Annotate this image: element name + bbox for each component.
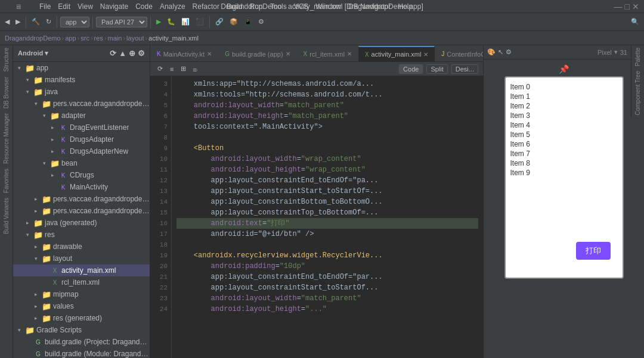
menu-code[interactable]: Code bbox=[132, 0, 156, 13]
code-line[interactable]: android:id="@+id/btn" /> bbox=[177, 229, 478, 239]
tree-item[interactable]: ▾ 📁 java bbox=[13, 86, 150, 98]
breadcrumb-main[interactable]: res bbox=[94, 35, 103, 42]
sdk-manager-btn[interactable]: 📦 bbox=[227, 17, 240, 27]
sync-icon[interactable]: ↻ bbox=[44, 17, 54, 27]
run-btn[interactable]: ▶ bbox=[154, 17, 163, 27]
search-everywhere-btn[interactable]: 🔍 bbox=[628, 17, 642, 27]
palette-icon[interactable]: 🎨 bbox=[487, 48, 496, 56]
sync-file-btn[interactable]: ⟳ bbox=[155, 64, 165, 73]
favorites-tab[interactable]: Favorites bbox=[2, 166, 11, 195]
avd-manager-btn[interactable]: 📱 bbox=[242, 17, 255, 27]
tree-item[interactable]: ▸ K DrugsAdapterNew bbox=[13, 145, 150, 157]
code-line[interactable]: android:layout_width="match_parent" bbox=[177, 100, 478, 111]
tree-item[interactable]: ▾ 📁 manifests bbox=[13, 74, 150, 86]
tab-mainactivity[interactable]: K MainActivity.kt ✕ bbox=[150, 46, 218, 61]
resource-manager-tab[interactable]: Resource Manager bbox=[2, 111, 11, 166]
tree-item[interactable]: ▾ 📁 layout bbox=[13, 253, 150, 264]
tree-item[interactable]: ▸ K CDrugs bbox=[13, 169, 150, 181]
maximize-btn[interactable]: □ bbox=[625, 2, 630, 11]
preview-settings-icon[interactable]: ⚙ bbox=[506, 48, 512, 56]
android-dropdown[interactable]: Android ▾ bbox=[18, 49, 48, 57]
tree-item[interactable]: ▸ 📁 res (generated) bbox=[13, 312, 150, 324]
code-line[interactable] bbox=[177, 239, 478, 250]
tree-item[interactable]: ▾ 📁 res bbox=[13, 229, 150, 241]
preview-button[interactable]: 打印 bbox=[576, 242, 611, 260]
build-icon[interactable]: 🔨 bbox=[29, 17, 42, 27]
menu-navigate[interactable]: Navigate bbox=[97, 0, 132, 13]
menu-analyze[interactable]: Analyze bbox=[156, 0, 189, 13]
expand-btn[interactable]: ⊞ bbox=[178, 64, 188, 73]
collapse-icon[interactable]: ▲ bbox=[119, 49, 126, 58]
build-variants-tab[interactable]: Build Variants bbox=[2, 195, 11, 236]
cursor-icon[interactable]: ↖ bbox=[498, 48, 503, 56]
code-line[interactable]: android:text="打印" bbox=[177, 218, 478, 229]
tab-buildgradle[interactable]: G build.gradle (app) ✕ bbox=[218, 46, 296, 61]
tab-contentinfocompat[interactable]: J ContentInfoCompat.java ✕ bbox=[435, 46, 483, 61]
settings-btn[interactable]: ⚙ bbox=[256, 17, 267, 27]
profile-btn[interactable]: 📊 bbox=[179, 17, 192, 27]
code-line[interactable]: app:layout_constraintBottom_toBottomO... bbox=[177, 197, 478, 207]
design-view-btn[interactable]: Desi... bbox=[451, 64, 478, 74]
device-dropdown[interactable]: Pad API 27 bbox=[96, 17, 147, 27]
forward-btn[interactable]: ▶ bbox=[13, 17, 23, 27]
breadcrumb-root[interactable]: DraganddropDemo bbox=[5, 35, 61, 42]
tab-activitymain[interactable]: X activity_main.xml ✕ bbox=[358, 46, 435, 61]
code-line[interactable]: android:layout_height="wrap_content" bbox=[177, 164, 478, 175]
stop-btn[interactable]: ⬛ bbox=[193, 17, 206, 27]
tree-item[interactable]: ▸ 📁 pers.vaccae.draganddropdemo (android… bbox=[13, 193, 150, 205]
breadcrumb-layout[interactable]: layout bbox=[126, 35, 144, 42]
attach-debugger-btn[interactable]: 🔗 bbox=[213, 17, 226, 27]
tree-item[interactable]: X rcl_item.xml bbox=[13, 276, 150, 288]
code-line[interactable]: <Button bbox=[177, 143, 478, 154]
format-btn[interactable]: ⎄ bbox=[191, 65, 200, 73]
code-line[interactable]: android:padding="10dp" bbox=[177, 261, 478, 272]
tree-item[interactable]: G build.gradle (Project: DraganddropDemo… bbox=[13, 336, 150, 348]
breadcrumb-app[interactable]: app bbox=[65, 35, 76, 42]
code-line[interactable]: android:layout_height="match_parent" bbox=[177, 111, 478, 122]
tree-item[interactable]: ▾ 📁 adapter bbox=[13, 110, 150, 122]
tree-item[interactable]: ▾ 📁 app bbox=[13, 62, 150, 74]
palette-tab[interactable]: Palette bbox=[633, 45, 642, 69]
breadcrumb-res[interactable]: main bbox=[108, 35, 122, 42]
tree-item[interactable]: ▸ K DrugsAdapter bbox=[13, 133, 150, 145]
code-line[interactable]: app:layout_constraintEnd_toEndOf="par... bbox=[177, 272, 478, 282]
tab-rclitem[interactable]: X rcl_item.xml ✕ bbox=[297, 46, 358, 61]
tree-item[interactable]: ▸ 📁 values bbox=[13, 300, 150, 312]
tab-close[interactable]: ✕ bbox=[347, 51, 352, 57]
back-btn[interactable]: ◀ bbox=[2, 17, 12, 27]
tree-item[interactable]: ▸ 📁 mipmap bbox=[13, 288, 150, 300]
tree-item[interactable]: G build.gradle (Module: DraganddropDemo.… bbox=[13, 348, 150, 358]
component-tree-tab[interactable]: Component Tree bbox=[633, 69, 642, 118]
code-line[interactable]: app:layout_constraintEnd_toEndOf="pa... bbox=[177, 175, 478, 186]
tree-item[interactable]: K MainActivity bbox=[13, 181, 150, 193]
code-line[interactable]: <androidx.recyclerview.widget.RecyclerVi… bbox=[177, 250, 478, 261]
code-line[interactable]: app:layout_constraintTop_toBottomOf=... bbox=[177, 207, 478, 218]
breadcrumb-file[interactable]: activity_main.xml bbox=[148, 35, 199, 42]
tree-item[interactable]: ▸ 📁 java (generated) bbox=[13, 217, 150, 229]
code-editor[interactable]: xmlns:app="http://schemas.android.com/a.… bbox=[172, 76, 483, 358]
code-line[interactable]: android:layout_width="match_parent" bbox=[177, 293, 478, 304]
code-line[interactable]: xmlns:tools="http://schemas.android.com/… bbox=[177, 89, 478, 100]
menu-refactor[interactable]: Refactor bbox=[189, 0, 223, 13]
structure-tab[interactable]: Structure bbox=[2, 45, 11, 74]
tree-item[interactable]: ▸ K DragEventListener bbox=[13, 122, 150, 133]
tree-item[interactable]: X activity_main.xml bbox=[13, 264, 150, 276]
db-browser-tab[interactable]: DB Browser bbox=[2, 74, 11, 111]
debug-btn[interactable]: 🐛 bbox=[165, 17, 178, 27]
code-line[interactable]: android:layout_width="wrap_content" bbox=[177, 154, 478, 164]
collapse-all-btn[interactable]: ≡ bbox=[168, 65, 176, 73]
menu-edit[interactable]: Edit bbox=[54, 0, 74, 13]
code-line[interactable]: android:layout_height="..." bbox=[177, 304, 478, 315]
tree-item[interactable]: ▾ 📁 pers.vaccae.draganddropdemo bbox=[13, 98, 150, 110]
tree-item[interactable]: ▸ 📁 drawable bbox=[13, 241, 150, 253]
minimize-btn[interactable]: — bbox=[614, 2, 623, 11]
tree-item[interactable]: ▾ 📁 bean bbox=[13, 157, 150, 169]
tab-close[interactable]: ✕ bbox=[207, 51, 212, 57]
code-line[interactable] bbox=[177, 132, 478, 143]
tree-item[interactable]: ▸ 📁 pers.vaccae.draganddropdemo (test) bbox=[13, 205, 150, 217]
code-line[interactable]: tools:context=".MainActivity"> bbox=[177, 122, 478, 132]
split-view-btn[interactable]: Split bbox=[426, 64, 447, 74]
menu-view[interactable]: View bbox=[74, 0, 97, 13]
code-line[interactable]: xmlns:app="http://schemas.android.com/a.… bbox=[177, 79, 478, 89]
code-line[interactable]: app:layout_constraintStart_toStartOf=... bbox=[177, 186, 478, 197]
